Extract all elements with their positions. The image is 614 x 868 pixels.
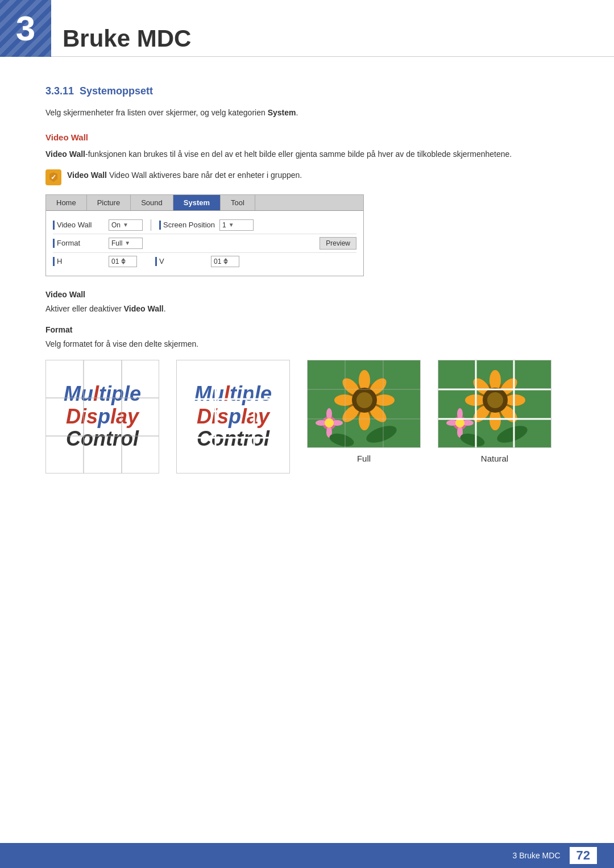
desc-videowall-heading: Video Wall — [45, 290, 569, 299]
mdc-label-v: V — [155, 257, 206, 266]
mdc-row-videowall: Video Wall On ▼ Screen Position 1 ▼ — [53, 217, 356, 234]
videowall-heading: Video Wall — [45, 132, 569, 142]
format-item-full-flower: Full — [307, 360, 421, 474]
svg-point-39 — [505, 394, 525, 406]
spinbox-v-down[interactable] — [223, 261, 228, 264]
svg-point-27 — [325, 418, 334, 427]
format-full-logo: Multiple Display Control — [45, 360, 159, 474]
section-heading: 3.3.11 Systemoppsett — [45, 85, 569, 97]
format-item-full-text: Multiple Display Control — [45, 360, 159, 474]
tab-sound[interactable]: Sound — [131, 195, 173, 210]
footer-page-number: 72 — [570, 847, 597, 864]
mdc-bar — [53, 221, 55, 230]
note-icon-svg: ✓ — [48, 172, 59, 183]
dropdown-arrow-format: ▼ — [125, 240, 130, 246]
mdc-bar-screenpos — [159, 221, 161, 230]
mdc-tabs: Home Picture Sound System Tool — [46, 195, 363, 211]
mdc-bar-h — [53, 257, 55, 266]
note-box: ✓ Video Wall Video Wall aktiveres bare n… — [45, 169, 569, 185]
full-grid-svg — [46, 360, 159, 473]
spinbox-h-down[interactable] — [121, 261, 126, 264]
svg-point-47 — [457, 408, 463, 420]
svg-point-15 — [374, 394, 395, 406]
page-content: 3.3.11 Systemoppsett Velg skjermenheter … — [0, 57, 614, 525]
mdc-spinbox-v[interactable]: 01 — [211, 256, 239, 267]
section-title: Systemoppsett — [80, 85, 153, 97]
dropdown-arrow-screenpos: ▼ — [229, 222, 234, 228]
footer-text: 3 Bruke MDC — [512, 851, 560, 860]
desc-videowall-text: Aktiver eller deaktiver Video Wall. — [45, 302, 569, 315]
tab-system[interactable]: System — [173, 195, 221, 210]
svg-point-12 — [359, 370, 370, 391]
desc-format-text: Velg formatet for å vise den delte skjer… — [45, 338, 569, 350]
note-icon: ✓ — [45, 169, 61, 185]
tab-home[interactable]: Home — [46, 195, 87, 210]
chapter-header: 3 Bruke MDC — [0, 0, 614, 57]
mdc-label-screenpos: Screen Position — [159, 221, 215, 230]
format-label-natural: Natural — [481, 454, 508, 463]
tab-tool[interactable]: Tool — [221, 195, 255, 210]
natural-flower-svg — [438, 360, 551, 448]
videowall-body: Video Wall-funksjonen kan brukes til å v… — [45, 148, 569, 160]
natural-flower-box — [438, 360, 551, 448]
svg-text:✓: ✓ — [51, 173, 56, 181]
page-footer: 3 Bruke MDC 72 — [0, 843, 614, 868]
desc-format-heading: Format — [45, 325, 569, 334]
svg-point-36 — [489, 370, 501, 391]
full-flower-svg — [308, 360, 421, 448]
chapter-title: Bruke MDC — [63, 25, 191, 52]
mdc-body: Video Wall On ▼ Screen Position 1 ▼ — [46, 211, 363, 276]
mdc-panel: Home Picture Sound System Tool Video Wal… — [45, 194, 364, 276]
svg-point-23 — [326, 408, 332, 420]
format-label-full: Full — [357, 454, 371, 463]
mdc-select-screenpos[interactable]: 1 ▼ — [219, 219, 254, 231]
mdc-bar-v — [155, 257, 157, 266]
spinbox-v-buttons[interactable] — [223, 258, 228, 264]
videowall-text: -funksjonen kan brukes til å vise en del… — [85, 149, 512, 159]
mdc-select-videowall[interactable]: On ▼ — [109, 219, 143, 231]
svg-point-14 — [334, 394, 355, 406]
chapter-number-box: 3 — [0, 0, 51, 57]
svg-point-13 — [359, 410, 370, 430]
format-item-natural-flower: Natural — [438, 360, 551, 474]
svg-point-45 — [487, 392, 503, 408]
mdc-label-h: H — [53, 257, 104, 266]
format-images: Multiple Display Control Multiple Displa… — [45, 360, 569, 474]
mdc-label-format: Format — [53, 239, 104, 248]
full-flower-box — [307, 360, 421, 448]
format-natural-logo: Multiple Display Control — [176, 360, 290, 474]
mdc-separator — [151, 219, 151, 231]
svg-point-21 — [356, 392, 372, 408]
chapter-title-area: Bruke MDC — [63, 10, 191, 67]
note-text: Video Wall Video Wall aktiveres bare når… — [67, 169, 302, 181]
mdc-spinbox-h[interactable]: 01 — [109, 256, 137, 267]
section-intro: Velg skjermenheter fra listen over skjer… — [45, 106, 569, 119]
preview-button[interactable]: Preview — [320, 237, 356, 250]
dropdown-arrow-videowall: ▼ — [123, 222, 128, 228]
mdc-row-format: Format Full ▼ Preview — [53, 234, 356, 253]
mdc-select-format[interactable]: Full ▼ — [109, 238, 143, 249]
mdc-bar-format — [53, 239, 55, 248]
format-item-natural-text: Multiple Display Control — [176, 360, 290, 474]
spinbox-h-up[interactable] — [121, 258, 126, 261]
mdc-row-hv: H 01 V 01 — [53, 253, 356, 270]
tab-picture[interactable]: Picture — [87, 195, 131, 210]
svg-point-37 — [489, 410, 501, 430]
spinbox-v-up[interactable] — [223, 258, 228, 261]
videowall-bold: Video Wall — [45, 149, 85, 159]
chapter-number: 3 — [16, 11, 35, 46]
spinbox-h-buttons[interactable] — [121, 258, 126, 264]
mdc-label-videowall: Video Wall — [53, 221, 104, 230]
section-id: 3.3.11 — [45, 85, 74, 97]
natural-grid-svg — [177, 360, 289, 473]
